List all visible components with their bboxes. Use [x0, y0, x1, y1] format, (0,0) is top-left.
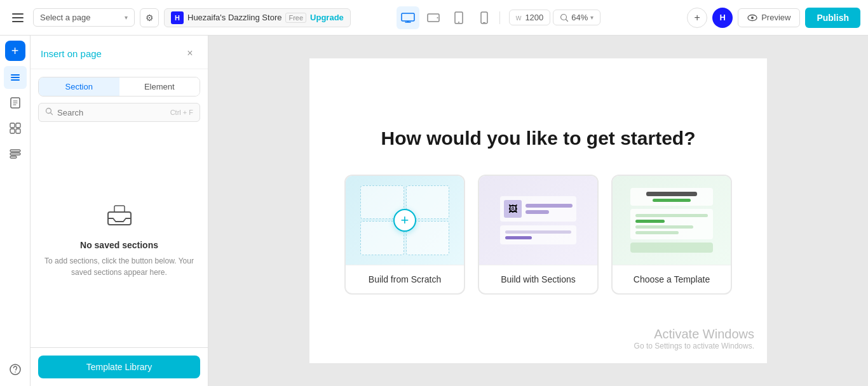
choose-template-card[interactable]: Choose a Template — [611, 175, 732, 295]
svg-point-23 — [46, 109, 51, 114]
add-collaborator-button[interactable]: + — [687, 8, 707, 28]
menu-button[interactable] — [8, 8, 28, 28]
preview-button[interactable]: Preview — [738, 8, 800, 27]
store-badge: H Huezaifa's Dazzling Store Free Upgrade — [164, 8, 351, 27]
activation-watermark: Activate Windows Go to Settings to activ… — [634, 327, 754, 350]
apps-toolbar-button[interactable] — [4, 117, 27, 140]
help-button[interactable] — [4, 358, 27, 381]
question-mark-icon — [9, 363, 22, 376]
build-with-sections-card[interactable]: 🖼 — [478, 175, 599, 295]
svg-point-22 — [15, 371, 16, 373]
svg-point-2 — [437, 17, 438, 18]
template-mock — [630, 188, 713, 253]
sidebar-title: Insert on page — [41, 48, 102, 59]
settings-button[interactable]: ⚙ — [140, 8, 159, 27]
add-section-button[interactable]: + — [5, 41, 25, 61]
mobile-device-button[interactable] — [473, 6, 496, 29]
sections-mock: 🖼 — [500, 196, 576, 244]
publish-label: Publish — [817, 13, 849, 23]
svg-rect-14 — [10, 123, 15, 128]
svg-rect-6 — [483, 22, 485, 23]
zoom-chevron-icon: ▾ — [590, 14, 593, 21]
svg-rect-17 — [16, 129, 20, 133]
device-controls: w 1200 64% ▾ — [397, 6, 601, 29]
layers-icon — [9, 71, 22, 84]
main-layout: + — [0, 36, 868, 386]
svg-rect-10 — [11, 74, 20, 76]
template-library-label: Template Library — [86, 362, 153, 372]
store-name-label: Huezaifa's Dazzling Store — [187, 13, 281, 22]
left-toolbar: + — [0, 36, 31, 386]
eye-icon — [747, 13, 757, 23]
page-select-dropdown[interactable]: Select a page ▾ — [33, 8, 135, 27]
element-tab[interactable]: Element — [119, 77, 200, 96]
search-input[interactable] — [57, 108, 166, 117]
sidebar-close-button[interactable]: × — [182, 46, 198, 61]
choose-template-preview — [613, 176, 731, 265]
empty-sections-icon — [103, 198, 136, 231]
pages-icon — [10, 96, 21, 109]
svg-rect-12 — [11, 79, 20, 81]
svg-rect-15 — [16, 123, 20, 128]
svg-point-4 — [458, 22, 459, 23]
topbar: Select a page ▾ ⚙ H Huezaifa's Dazzling … — [0, 0, 868, 36]
empty-title: No saved sections — [80, 240, 158, 250]
section-image-placeholder: 🖼 — [504, 200, 522, 218]
hamburger-icon — [12, 13, 24, 22]
build-with-sections-preview: 🖼 — [479, 176, 597, 265]
svg-rect-20 — [10, 156, 17, 158]
search-shortcut-label: Ctrl + F — [170, 109, 193, 116]
tablet-portrait-device-button[interactable] — [447, 6, 470, 29]
desktop-device-button[interactable] — [397, 6, 419, 29]
svg-rect-25 — [114, 206, 125, 212]
zoom-value: 64% — [571, 13, 588, 22]
width-label: w — [516, 13, 522, 22]
svg-rect-11 — [11, 77, 20, 78]
modal-title: How would you like to get started? — [344, 128, 732, 149]
sidebar-tabs: Section Element — [38, 77, 200, 96]
widgets-icon — [9, 147, 22, 160]
activation-subtitle: Go to Settings to activate Windows. — [634, 342, 754, 350]
build-from-scratch-preview: + — [346, 176, 464, 265]
close-icon: × — [187, 48, 193, 59]
sidebar-empty-state: No saved sections To add sections, click… — [31, 128, 208, 347]
zoom-control[interactable]: 64% ▾ — [553, 10, 600, 25]
modal-content: How would you like to get started? — [319, 102, 757, 320]
preview-label: Preview — [761, 13, 790, 22]
tablet-landscape-device-button[interactable] — [422, 6, 445, 29]
canvas-area: How would you like to get started? — [208, 36, 868, 386]
upgrade-link[interactable]: Upgrade — [310, 13, 344, 22]
sidebar-panel: Insert on page × Section Element Ctrl + … — [31, 36, 208, 386]
user-avatar[interactable]: H — [712, 8, 733, 28]
layers-toolbar-button[interactable] — [4, 66, 27, 89]
pages-toolbar-button[interactable] — [4, 91, 27, 114]
sidebar-footer: Template Library — [31, 347, 208, 386]
build-with-sections-label: Build with Sections — [479, 265, 597, 293]
activation-title: Activate Windows — [634, 327, 754, 342]
scratch-plus-icon: + — [393, 209, 416, 232]
section-tab[interactable]: Section — [39, 77, 119, 96]
width-control: w 1200 — [509, 10, 551, 25]
sidebar-header: Insert on page × — [31, 36, 208, 69]
svg-rect-0 — [402, 13, 414, 21]
publish-button[interactable]: Publish — [805, 8, 860, 28]
plus-icon: + — [694, 12, 700, 23]
store-logo-icon: H — [171, 11, 184, 24]
scratch-grid: + — [360, 185, 449, 255]
topbar-right-controls: + H Preview Publish — [687, 8, 860, 28]
chevron-down-icon: ▾ — [125, 14, 128, 21]
svg-rect-19 — [10, 153, 20, 155]
page-select-label: Select a page — [40, 13, 91, 22]
toolbar-bottom — [4, 358, 27, 381]
search-bar: Ctrl + F — [38, 103, 200, 122]
template-library-button[interactable]: Template Library — [38, 356, 200, 378]
divider — [499, 11, 500, 24]
grid-icon — [9, 122, 22, 135]
svg-rect-5 — [481, 12, 487, 23]
svg-point-9 — [751, 17, 754, 19]
plus-icon: + — [11, 44, 19, 58]
build-from-scratch-card[interactable]: + Build from Scratch — [344, 175, 465, 295]
get-started-modal: How would you like to get started? — [309, 58, 767, 363]
svg-rect-18 — [10, 150, 20, 152]
widgets-toolbar-button[interactable] — [4, 142, 27, 165]
